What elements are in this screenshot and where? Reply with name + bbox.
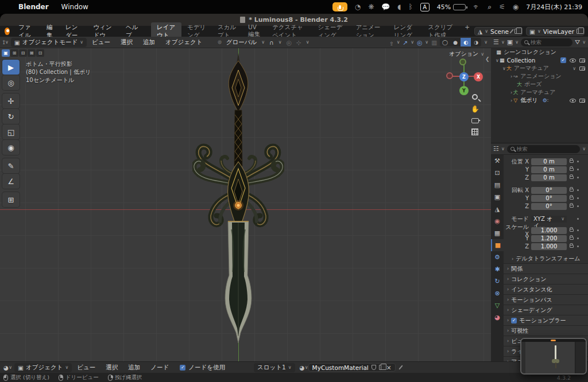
tool-scale[interactable]: ◱ xyxy=(2,124,20,139)
tool-add-cube[interactable]: ⊞ xyxy=(2,192,20,207)
show-gizmo-icon[interactable]: ↗ xyxy=(403,39,408,46)
gizmo-axis-neg-y[interactable] xyxy=(459,59,466,65)
material-sphere-icon[interactable]: ◕ xyxy=(300,364,305,371)
outliner-search[interactable] xyxy=(521,38,572,46)
select-mode-intersect[interactable]: ⊡ xyxy=(36,49,44,57)
use-nodes-toggle[interactable]: ✓ ノードを使用 xyxy=(180,364,225,372)
section-motion-paths[interactable]: ›モーションパス xyxy=(504,294,588,305)
lock-icon[interactable] xyxy=(570,189,574,192)
shader-type-selector[interactable]: ▣ オブジェクト ∨ xyxy=(14,363,72,372)
more-icon[interactable]: ∶ xyxy=(547,98,548,103)
tab-world[interactable]: ◉ xyxy=(491,215,504,227)
select-mode-extend[interactable]: ⊞ xyxy=(10,49,18,57)
filter-funnel-icon[interactable]: ⛛ xyxy=(575,38,580,46)
tab-physics[interactable]: ↻ xyxy=(491,275,504,287)
xray-toggle-icon[interactable]: ▥ xyxy=(431,39,437,46)
animate-dot-icon[interactable] xyxy=(577,218,579,220)
viewport-menu-select[interactable]: 選択 xyxy=(115,38,138,46)
select-mode-invert[interactable]: ⊠ xyxy=(28,49,36,57)
app-menu-blender[interactable]: Blender xyxy=(18,3,49,11)
siri-icon[interactable]: ◉ xyxy=(513,3,519,11)
location-y-field[interactable]: 0 m xyxy=(531,166,567,173)
location-z-field[interactable]: 0 m xyxy=(531,174,567,181)
zoom-icon[interactable] xyxy=(472,94,478,100)
section-relations[interactable]: ›関係 xyxy=(504,263,588,274)
tool-rotate[interactable]: ↻ xyxy=(2,109,20,124)
orientation-icon[interactable]: ⌾ xyxy=(218,38,222,46)
tab-tool[interactable]: ⚒ xyxy=(491,155,504,167)
animate-dot-icon[interactable] xyxy=(577,177,579,178)
mode-selector[interactable]: ▣ オブジェクトモード ∨ xyxy=(11,38,87,47)
section-visibility[interactable]: ›可視性 xyxy=(504,325,588,336)
render-camera-icon[interactable] xyxy=(579,99,585,103)
viewport-canvas[interactable]: ▣ ⊞ ⊟ ⊠ ⊡ ボトム・平行投影 (80) Collection | 低ポリ… xyxy=(0,48,491,361)
new-scene-icon[interactable] xyxy=(514,29,519,34)
render-camera-icon[interactable] xyxy=(579,67,585,71)
outliner-row-lowpoly[interactable]: › ▽ 低ポリ ⚙ ∶ xyxy=(491,96,588,104)
new-viewlayer-icon[interactable] xyxy=(577,29,581,34)
tool-annotate[interactable]: ✎ xyxy=(2,158,20,173)
tray-app2-icon[interactable]: ❋ xyxy=(368,3,374,11)
copy-material-icon[interactable] xyxy=(379,365,384,370)
snap-magnet-icon[interactable]: ∩ xyxy=(269,39,274,46)
animate-dot-icon[interactable] xyxy=(577,237,579,239)
outliner-filter-obj-icon[interactable]: ▣ xyxy=(507,38,513,46)
material-name-field[interactable]: MyCustomMaterial ✕ xyxy=(308,363,396,372)
shader-menu-select[interactable]: 選択 xyxy=(100,364,123,372)
tool-options-button[interactable]: オプション ∨ xyxy=(449,50,484,58)
collection-checkbox[interactable]: ✓ xyxy=(560,57,566,63)
animate-dot-icon[interactable] xyxy=(577,169,579,170)
sidebar-toggle-icon[interactable]: ❮ xyxy=(485,56,490,62)
tab-particles[interactable]: ✱ xyxy=(491,263,504,275)
wifi-icon[interactable]: ᯤ xyxy=(473,3,480,11)
outliner-row-armature-object[interactable]: ∨ 大 アーマチュア ∨ xyxy=(491,64,588,72)
pin-icon[interactable] xyxy=(509,29,513,33)
section-instancing[interactable]: ›インスタンス化 xyxy=(504,284,588,294)
lock-icon[interactable] xyxy=(570,229,574,232)
tool-select-box[interactable]: ▶ xyxy=(2,60,20,75)
tab-material[interactable]: ◕ xyxy=(491,311,504,323)
navigation-gizmo[interactable]: Y X Z xyxy=(444,57,485,95)
tab-viewlayer[interactable]: ▣ xyxy=(491,191,504,203)
outliner-row-animation[interactable]: › ↝ アニメーション xyxy=(491,72,588,80)
tab-modifiers[interactable]: ⚙ xyxy=(491,251,504,263)
animate-dot-icon[interactable] xyxy=(577,205,579,207)
input-source-icon[interactable]: A xyxy=(420,3,430,11)
hide-eye-icon[interactable] xyxy=(570,99,576,103)
lock-icon[interactable] xyxy=(570,237,574,240)
tool-measure[interactable]: ∠ xyxy=(2,174,20,189)
use-nodes-checkbox[interactable]: ✓ xyxy=(180,365,185,371)
section-collections[interactable]: ›コレクション xyxy=(504,274,588,284)
blender-logo-icon[interactable] xyxy=(5,28,10,35)
properties-search-input[interactable] xyxy=(517,146,577,152)
outliner-row-collection[interactable]: ∨ ▦ Collection ✓ xyxy=(491,56,588,64)
fake-user-shield-icon[interactable] xyxy=(372,365,376,370)
pin-icon[interactable] xyxy=(399,365,403,369)
shading-material-icon[interactable]: ◐ xyxy=(461,38,471,46)
tab-scene[interactable]: ◮ xyxy=(491,203,504,215)
battery-indicator[interactable]: 45% xyxy=(437,3,466,11)
object-visibility-icon[interactable]: ⍚ xyxy=(390,38,393,46)
orientation-label[interactable]: グローバル xyxy=(226,38,257,46)
gizmo-axis-neg-x[interactable] xyxy=(446,72,453,79)
tool-cursor[interactable]: ◎ xyxy=(2,75,20,90)
gizmo-axis-y[interactable]: Y xyxy=(459,86,469,95)
spotlight-icon[interactable]: ⌕ xyxy=(488,3,492,11)
bluetooth-icon[interactable]: ᛒ xyxy=(409,3,413,11)
hide-eye-icon[interactable] xyxy=(570,59,576,63)
select-mode-subtract[interactable]: ⊟ xyxy=(19,49,27,57)
tool-move[interactable]: ✢ xyxy=(2,93,20,108)
location-x-field[interactable]: 0 m xyxy=(531,158,567,165)
tab-object-data[interactable]: ▽ xyxy=(491,299,504,311)
animate-dot-icon[interactable] xyxy=(577,161,579,162)
menubar-datetime[interactable]: 7月24日(木) 21:39 xyxy=(526,3,582,11)
shader-menu-node[interactable]: ノード xyxy=(145,364,174,372)
viewport-menu-view[interactable]: ビュー xyxy=(87,38,115,46)
unlink-x-icon[interactable]: ✕ xyxy=(386,364,392,371)
viewport-menu-object[interactable]: オブジェクト xyxy=(160,38,207,46)
camera-view-icon[interactable] xyxy=(471,118,479,123)
outliner-type-icon[interactable]: ☰ xyxy=(493,38,499,46)
modifier-wrench-icon[interactable]: ⚙ xyxy=(543,98,547,103)
proportional-falloff-icon[interactable]: ⊹ xyxy=(296,39,301,46)
lock-icon[interactable] xyxy=(570,168,574,171)
